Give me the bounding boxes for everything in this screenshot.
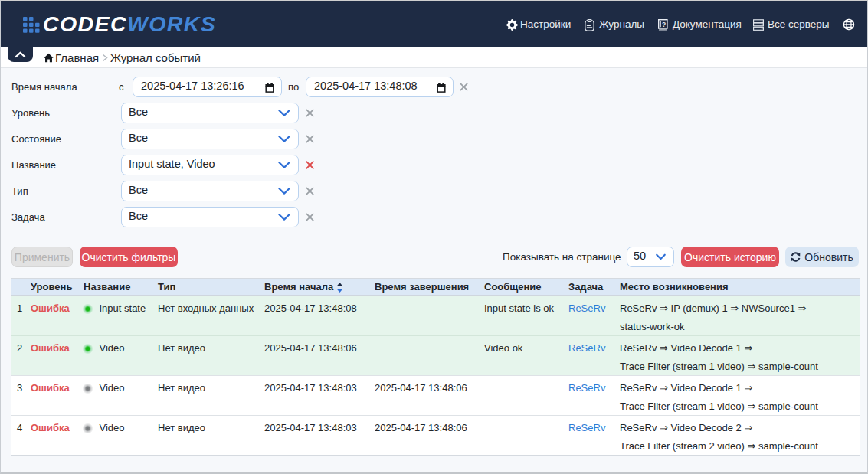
svg-text:?: ?: [662, 21, 666, 28]
